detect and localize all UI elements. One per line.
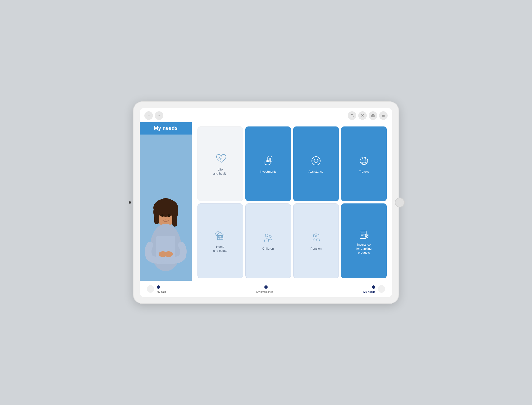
progress-label-2: My loved ones — [256, 290, 273, 293]
left-panel: My needs — [140, 122, 192, 281]
card-life-health[interactable]: Lifeand health — [198, 127, 243, 201]
menu-icon — [381, 114, 385, 117]
svg-rect-9 — [154, 208, 159, 224]
svg-point-44 — [313, 235, 316, 237]
pension-icon — [310, 232, 322, 244]
banking-icon — [358, 228, 370, 240]
card-investments[interactable]: Investments — [245, 127, 291, 201]
svg-point-42 — [269, 236, 271, 237]
svg-point-41 — [265, 234, 268, 237]
share-icon — [350, 114, 354, 117]
progress-line-row — [157, 285, 375, 290]
progress-dot-3 — [372, 285, 375, 289]
card-children[interactable]: Children — [245, 203, 291, 278]
home-icon — [371, 114, 375, 117]
svg-point-15 — [159, 251, 167, 257]
device-frame: ← → — [133, 101, 399, 304]
svg-rect-25 — [271, 156, 272, 161]
right-content: Lifeand health — [192, 122, 392, 281]
side-dot — [129, 201, 131, 204]
progress-dot-2 — [264, 285, 268, 289]
card-travels-label: Travels — [359, 170, 369, 174]
card-pension-label: Pension — [311, 247, 322, 251]
device-inner: ← → — [140, 108, 392, 297]
nav-left: ← → — [144, 111, 163, 120]
left-panel-title: My needs — [154, 125, 178, 131]
main-content: My needs — [140, 122, 392, 281]
investments-icon — [262, 155, 274, 167]
card-travels[interactable]: Travels — [341, 127, 387, 201]
back-icon: ← — [147, 114, 150, 117]
person-svg — [142, 193, 189, 281]
card-assistance[interactable]: Assistance — [293, 127, 339, 201]
card-assistance-label: Assistance — [309, 170, 324, 174]
card-banking-label: Insurancefor bankingproducts — [356, 243, 372, 255]
progress-label-1: My data — [157, 290, 166, 293]
left-panel-title-bar: My needs — [140, 122, 192, 135]
progress-track: My data My loved ones My needs — [157, 285, 375, 293]
play-button[interactable] — [358, 111, 367, 120]
progress-label-3: My needs — [363, 290, 375, 293]
card-home-estate[interactable]: Homeand estate — [198, 203, 243, 278]
svg-marker-2 — [362, 115, 363, 116]
svg-point-46 — [317, 235, 319, 237]
share-button[interactable] — [348, 111, 356, 120]
forward-button[interactable]: → — [155, 111, 163, 120]
nav-right — [348, 111, 388, 120]
travels-icon — [358, 155, 370, 167]
menu-button[interactable] — [379, 111, 388, 120]
svg-rect-39 — [218, 236, 219, 237]
forward-icon: → — [157, 114, 161, 117]
svg-rect-22 — [265, 162, 270, 163]
card-life-health-label: Lifeand health — [213, 168, 228, 176]
bottom-bar: ← My data My loved ones My needs — [140, 281, 392, 297]
card-investments-label: Investments — [260, 170, 276, 174]
svg-point-17 — [168, 214, 170, 217]
card-pension[interactable]: Pension — [293, 203, 339, 278]
card-home-estate-label: Homeand estate — [213, 245, 228, 253]
progress-forward-icon: → — [380, 287, 383, 291]
play-icon — [361, 114, 364, 117]
home-estate-icon — [214, 230, 226, 242]
progress-labels: My data My loved ones My needs — [157, 290, 375, 293]
person-image — [140, 135, 192, 281]
svg-point-27 — [314, 159, 318, 163]
progress-back-icon: ← — [149, 287, 152, 291]
card-banking[interactable]: Insurancefor bankingproducts — [341, 203, 387, 278]
back-button[interactable]: ← — [144, 111, 153, 120]
svg-point-16 — [161, 214, 164, 217]
progress-back-button[interactable]: ← — [147, 285, 154, 293]
assistance-icon — [310, 155, 322, 167]
card-children-label: Children — [263, 247, 274, 251]
children-icon — [262, 232, 274, 244]
needs-grid: Lifeand health — [198, 127, 387, 278]
progress-dot-1 — [157, 285, 160, 289]
svg-rect-38 — [219, 237, 221, 240]
progress-forward-button[interactable]: → — [378, 285, 385, 293]
right-knob — [395, 197, 405, 208]
home-button[interactable] — [369, 111, 377, 120]
top-bar: ← → — [140, 108, 392, 122]
svg-rect-24 — [269, 158, 270, 161]
life-health-icon — [214, 153, 226, 165]
svg-rect-10 — [172, 208, 177, 227]
svg-rect-40 — [221, 236, 223, 237]
